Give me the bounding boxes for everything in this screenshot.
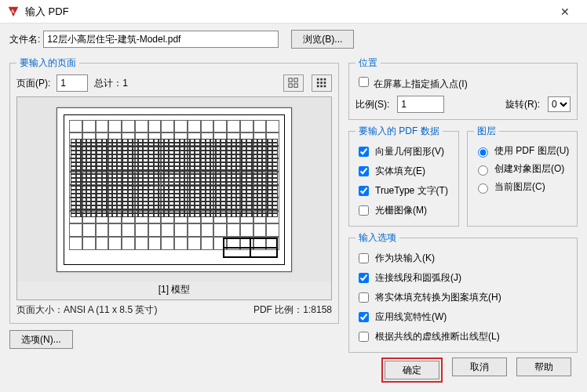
vector-checkbox[interactable]: 向量几何图形(V) (355, 144, 452, 159)
ok-button[interactable]: 确定 (385, 361, 439, 379)
as-block-checkbox[interactable]: 作为块输入(K) (355, 251, 571, 266)
thumbnail-view-icon[interactable] (283, 74, 304, 92)
import-options-group: 输入选项 作为块输入(K) 连接线段和圆弧段(J) 将实体填充转换为图案填充(H… (348, 231, 578, 353)
svg-rect-6 (320, 78, 323, 81)
grid-view-icon[interactable] (312, 74, 332, 92)
import-legend: 输入选项 (355, 231, 399, 245)
use-pdf-layers-radio[interactable]: 使用 PDF 图层(U) (474, 144, 571, 158)
app-icon: A (6, 5, 20, 19)
rotate-label: 旋转(R): (505, 98, 540, 111)
fill-checkbox[interactable]: 实体填充(E) (355, 164, 452, 179)
svg-rect-1 (289, 78, 292, 82)
close-icon[interactable]: ✕ (549, 5, 581, 18)
titlebar: A 输入 PDF ✕ (0, 0, 587, 24)
options-button[interactable]: 选项(N)... (9, 330, 73, 349)
cancel-button[interactable]: 取消 (452, 358, 507, 376)
svg-rect-5 (317, 78, 319, 81)
rotate-select[interactable]: 0 (548, 96, 571, 112)
layers-group: 图层 使用 PDF 图层(U) 创建对象图层(O) 当前图层(C) (467, 125, 578, 227)
page-input[interactable] (57, 74, 88, 92)
pdf-data-group: 要输入的 PDF 数据 向量几何图形(V) 实体填充(E) TrueType 文… (348, 125, 459, 227)
join-checkbox[interactable]: 连接线段和圆弧段(J) (355, 270, 571, 285)
scale-input[interactable] (397, 96, 444, 113)
onscreen-checkbox[interactable]: 在屏幕上指定插入点(I) (355, 78, 468, 89)
svg-rect-3 (289, 84, 292, 87)
position-group: 位置 在屏幕上指定插入点(I) 比例(S): 旋转(R): 0 (348, 56, 578, 120)
ok-highlight: 确定 (381, 358, 443, 383)
help-button[interactable]: 帮助 (516, 358, 571, 376)
pdf-data-legend: 要输入的 PDF 数据 (355, 125, 443, 138)
svg-rect-10 (324, 82, 326, 84)
svg-rect-2 (294, 78, 297, 82)
page-label: 页面(P): (16, 77, 50, 90)
truetype-checkbox[interactable]: TrueType 文字(T) (355, 183, 452, 198)
svg-rect-11 (317, 85, 319, 88)
total-label: 总计：1 (94, 77, 128, 90)
preview-page-name: [1] 模型 (17, 281, 331, 299)
lineweight-checkbox[interactable]: 应用线宽特性(W) (355, 310, 571, 325)
file-label: 文件名: (9, 33, 40, 46)
scale-label: 比例(S): (355, 98, 389, 111)
pdf-ratio-label: PDF 比例：1:8158 (253, 303, 332, 317)
page-thumbnail[interactable]: www. (57, 107, 292, 272)
file-input[interactable] (43, 31, 279, 48)
current-layer-radio[interactable]: 当前图层(C) (474, 180, 571, 194)
window-title: 输入 PDF (25, 5, 549, 19)
infer-checkbox[interactable]: 根据共线的虚线推断出线型(L) (355, 329, 571, 344)
svg-rect-9 (320, 82, 323, 84)
browse-button[interactable]: 浏览(B)... (291, 30, 354, 49)
preview-pane: www. [1] 模型 (16, 96, 332, 300)
layers-legend: 图层 (474, 125, 499, 138)
position-legend: 位置 (355, 56, 381, 70)
svg-text:A: A (11, 7, 15, 14)
svg-rect-8 (317, 82, 319, 84)
svg-rect-7 (324, 78, 326, 81)
file-row: 文件名: 浏览(B)... (9, 30, 578, 49)
pages-legend: 要输入的页面 (16, 56, 79, 70)
svg-rect-13 (324, 85, 326, 88)
page-size-label: 页面大小：ANSI A (11 x 8.5 英寸) (16, 303, 157, 317)
svg-rect-12 (320, 85, 323, 88)
raster-checkbox[interactable]: 光栅图像(M) (355, 203, 452, 218)
pages-group: 要输入的页面 页面(P): 总计：1 (9, 56, 339, 324)
create-obj-layers-radio[interactable]: 创建对象图层(O) (474, 162, 571, 176)
hatch-checkbox[interactable]: 将实体填充转换为图案填充(H) (355, 290, 571, 305)
svg-rect-4 (294, 84, 297, 87)
